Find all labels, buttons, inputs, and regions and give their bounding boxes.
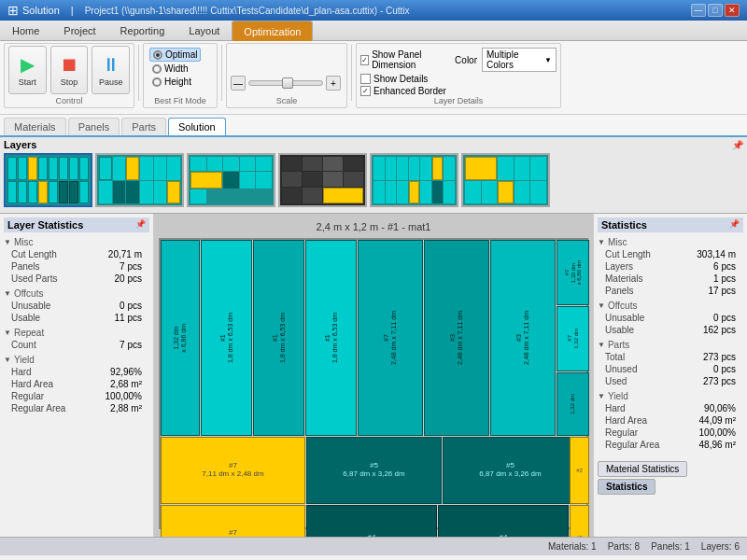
piece-7a-label: #72,48 dm x 7,11 dm: [383, 311, 397, 365]
stat-count: Count 7 pcs: [4, 339, 149, 351]
tab-solution[interactable]: Solution: [168, 118, 226, 135]
count-label: Count: [11, 340, 36, 350]
stat-regular-area: Regular Area 2,88 m²: [4, 402, 149, 414]
scale-thumb[interactable]: [282, 77, 293, 89]
piece-right-2: #71,32 dm: [557, 306, 589, 371]
pause-button[interactable]: ⏸ Pause: [92, 46, 130, 94]
radio-optimal-label: Optimal: [165, 49, 197, 60]
scale-minus-button[interactable]: —: [231, 76, 246, 91]
piece-right-1-label: #71,32 dmx 6,86 dm: [564, 260, 583, 285]
close-button[interactable]: ✕: [725, 4, 740, 17]
radio-optimal[interactable]: Optimal: [149, 48, 201, 62]
solution-label: Solution: [22, 5, 60, 16]
piece-1d: #11,8 dm x 6,53 dm: [305, 240, 357, 436]
radio-width[interactable]: Width: [149, 63, 201, 75]
unusable-label: Unusable: [11, 301, 50, 311]
r-stat-regular: Regular 100,00%: [598, 427, 743, 439]
r-hard-label: Hard: [605, 403, 626, 413]
left-yield-title: Yield: [4, 354, 149, 366]
left-misc-title: Misc: [4, 236, 149, 248]
color-dropdown[interactable]: Multiple Colors ▼: [482, 48, 557, 72]
show-panel-checkbox[interactable]: ✓: [360, 55, 369, 65]
layer-thumb-4[interactable]: [278, 153, 367, 207]
right-stats-pin[interactable]: 📌: [729, 219, 740, 231]
layer-details-group: ✓ Show Panel Dimension Color Multiple Co…: [356, 43, 561, 108]
layers-panel: Layers 📌: [0, 137, 747, 214]
stats-tab-buttons: Material Statistics Statistics: [598, 454, 743, 495]
title-bar: ⊞ Solution | Project1 (\\gunsh-1\shared\…: [0, 0, 747, 21]
radio-dot-width: [152, 64, 162, 74]
enhanced-border-row[interactable]: ✓ Enhanced Border: [360, 86, 446, 96]
status-materials: Materials: 1: [548, 541, 597, 552]
r-unused-value: 0 pcs: [713, 364, 736, 374]
minimize-button[interactable]: —: [691, 4, 706, 17]
piece-7a: #72,48 dm x 7,11 dm: [358, 240, 423, 436]
hard-area-label: Hard Area: [11, 379, 53, 389]
r-total-value: 273 pcs: [703, 352, 736, 362]
right-stats-header: Statistics 📌: [598, 217, 743, 232]
app-icon: ⊞: [7, 3, 19, 18]
r-layers-label: Layers: [605, 261, 633, 272]
tab-reporting[interactable]: Reporting: [108, 21, 177, 40]
layer-thumb-3[interactable]: [187, 153, 275, 207]
enhanced-border-checkbox[interactable]: ✓: [360, 86, 371, 96]
used-parts-value: 20 pcs: [115, 273, 142, 284]
material-statistics-tab[interactable]: Material Statistics: [598, 461, 687, 477]
piece-right-2-label: #71,32 dm: [567, 329, 579, 349]
r-hard-value: 90,06%: [704, 403, 736, 413]
left-yield-section: Yield Hard 92,96% Hard Area 2,68 m² Regu…: [4, 354, 149, 414]
r-usable-label: Usable: [605, 325, 634, 335]
layer-stats-pin[interactable]: 📌: [135, 219, 146, 231]
tab-home[interactable]: Home: [0, 21, 51, 40]
best-fit-label: Best Fit Mode: [144, 96, 217, 105]
regular-area-value: 2,88 m²: [110, 403, 142, 413]
stat-used-parts: Used Parts 20 pcs: [4, 273, 149, 285]
tab-materials[interactable]: Materials: [4, 118, 66, 135]
piece-right-3-label: 1,32 dm: [570, 394, 576, 414]
r-unusable-label: Unusable: [605, 313, 644, 323]
show-details-row[interactable]: Show Details: [360, 74, 428, 84]
tab-optimization[interactable]: Optimization: [232, 21, 313, 41]
radio-height[interactable]: Height: [149, 76, 201, 88]
show-details-checkbox[interactable]: [360, 74, 371, 84]
statistics-tab[interactable]: Statistics: [598, 479, 655, 495]
piece-7-bottom2-label: #77,11 dm x 2,48 dm: [202, 529, 263, 537]
r-stat-layers: Layers 6 pcs: [598, 260, 743, 273]
usable-label: Usable: [11, 313, 40, 323]
layer-thumb-5[interactable]: [370, 153, 458, 207]
right-parts-title: Parts: [598, 339, 743, 351]
r-stat-used: Used 273 pcs: [598, 375, 743, 387]
title-bar-controls: — □ ✕: [691, 4, 740, 17]
tab-layout[interactable]: Layout: [176, 21, 232, 40]
layer-thumb-2[interactable]: [95, 153, 184, 207]
start-button[interactable]: ▶ Start: [8, 46, 47, 94]
color-value: Multiple Colors: [486, 49, 542, 70]
scale-plus-button[interactable]: +: [326, 76, 341, 91]
layer-thumb-1[interactable]: [4, 153, 92, 207]
hard-value: 92,96%: [110, 367, 142, 377]
best-fit-mode-group: Optimal Width Height Best Fit Mode: [143, 43, 218, 108]
radio-width-label: Width: [164, 63, 189, 74]
status-bar: Materials: 1 Parts: 8 Panels: 1 Layers: …: [0, 537, 747, 555]
stat-hard-area: Hard Area 2,68 m²: [4, 378, 149, 390]
right-misc-section: Misc Cut Length 303,14 m Layers 6 pcs Ma…: [598, 236, 743, 297]
right-stats-panel: Statistics 📌 Misc Cut Length 303,14 m La…: [593, 214, 747, 537]
piece-3b-label: #32,48 dm x 7,11 dm: [515, 311, 529, 365]
maximize-button[interactable]: □: [708, 4, 723, 17]
cut-length-label: Cut Length: [11, 249, 57, 259]
r-stat-total: Total 273 pcs: [598, 351, 743, 363]
layers-pin-icon[interactable]: 📌: [732, 140, 743, 150]
scale-track: [248, 80, 323, 86]
stop-button[interactable]: ⏹ Stop: [50, 46, 89, 94]
r-stat-regular-area: Regular Area 48,96 m²: [598, 439, 743, 451]
title-bar-left: ⊞ Solution | Project1 (\\gunsh-1\shared\…: [7, 3, 410, 18]
tab-parts[interactable]: Parts: [121, 118, 166, 135]
stat-usable: Usable 11 pcs: [4, 312, 149, 324]
layers-thumbnails[interactable]: [4, 153, 743, 211]
separator-2: [221, 45, 222, 101]
tab-project[interactable]: Project: [51, 21, 107, 40]
r-materials-label: Materials: [605, 273, 643, 284]
layer-thumb-6[interactable]: [461, 153, 550, 207]
r-stat-hard-area: Hard Area 44,09 m²: [598, 414, 743, 427]
tab-panels[interactable]: Panels: [68, 118, 120, 135]
